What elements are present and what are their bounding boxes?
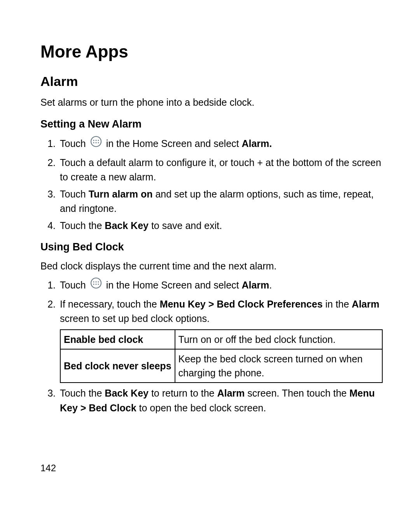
text: Touch the [60, 220, 105, 231]
text: screen. Then touch the [245, 388, 349, 399]
text-bold: Alarm [217, 388, 245, 399]
svg-point-0 [91, 136, 101, 147]
svg-point-8 [93, 281, 94, 282]
svg-point-10 [98, 281, 99, 282]
text: If necessary, touch the [60, 299, 160, 309]
apps-grid-icon [90, 136, 102, 152]
svg-point-13 [98, 283, 99, 285]
text: Touch [60, 138, 89, 149]
text-bold: Alarm [352, 299, 380, 309]
text-bold: Menu Key > Bed Clock Preferences [160, 299, 323, 309]
text: Touch [60, 280, 89, 290]
alarm-intro: Set alarms or turn the phone into a beds… [40, 95, 383, 110]
bed-clock-options-table: Enable bed clock Turn on or off the bed … [60, 329, 383, 383]
text: to save and exit. [149, 220, 222, 231]
svg-point-7 [91, 278, 101, 288]
setting-alarm-steps: Touch in the Home Screen and select Alar… [40, 136, 383, 233]
text: to return to the [149, 388, 217, 399]
option-desc: Turn on or off the bed clock function. [175, 330, 382, 349]
svg-point-3 [98, 140, 99, 141]
svg-point-12 [95, 283, 96, 285]
list-item: If necessary, touch the Menu Key > Bed C… [58, 297, 383, 383]
section-heading-alarm: Alarm [40, 72, 383, 91]
list-item: Touch in the Home Screen and select Alar… [58, 136, 383, 153]
list-item: Touch Turn alarm on and set up the alarm… [58, 187, 383, 216]
svg-point-2 [95, 140, 96, 141]
svg-point-4 [93, 142, 94, 143]
list-item: Touch the Back Key to return to the Alar… [58, 386, 383, 415]
list-item: Touch the Back Key to save and exit. [58, 219, 383, 233]
svg-point-6 [98, 142, 99, 143]
page-title: More Apps [40, 39, 383, 65]
text-bold: Back Key [105, 220, 149, 231]
page-number: 142 [40, 461, 56, 475]
svg-point-9 [95, 281, 96, 282]
svg-point-1 [93, 140, 94, 141]
text: Touch [60, 189, 89, 199]
subheading-setting-new-alarm: Setting a New Alarm [40, 116, 383, 132]
option-label: Bed clock never sleeps [60, 349, 175, 383]
text-bold: Turn alarm on [89, 189, 153, 199]
option-label: Enable bed clock [60, 330, 175, 349]
text-bold: Alarm [242, 280, 269, 290]
text: . [269, 280, 272, 290]
text-bold: Back Key [105, 388, 149, 399]
document-page: More Apps Alarm Set alarms or turn the p… [0, 0, 420, 415]
text: in the Home Screen and select [106, 280, 242, 290]
text: to open the bed clock screen. [136, 402, 266, 413]
subheading-using-bed-clock: Using Bed Clock [40, 239, 383, 255]
bed-clock-intro: Bed clock displays the current time and … [40, 259, 383, 274]
svg-point-5 [95, 142, 96, 143]
text: in the [323, 299, 352, 309]
option-desc: Keep the bed clock screen turned on when… [175, 349, 382, 383]
list-item: Touch a default alarm to configure it, o… [58, 156, 383, 185]
text: Touch the [60, 388, 105, 399]
svg-point-11 [93, 283, 94, 285]
text: in the Home Screen and select [106, 138, 242, 149]
table-row: Enable bed clock Turn on or off the bed … [60, 330, 382, 349]
text: Touch a default alarm to configure it, o… [60, 157, 381, 183]
text: screen to set up bed clock options. [60, 313, 210, 324]
apps-grid-icon [90, 277, 102, 293]
text-bold: Alarm. [242, 138, 272, 149]
bed-clock-steps: Touch in the Home Screen and select Alar… [40, 277, 383, 415]
list-item: Touch in the Home Screen and select Alar… [58, 277, 383, 295]
table-row: Bed clock never sleeps Keep the bed cloc… [60, 349, 382, 383]
